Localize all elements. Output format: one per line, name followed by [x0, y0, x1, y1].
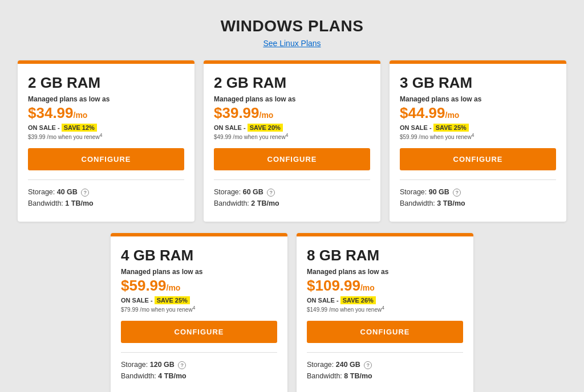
plan-ram: 4 GB RAM	[121, 247, 277, 264]
plan-card-plan-2gb-1: 2 GB RAM Managed plans as low as $34.99/…	[18, 60, 194, 222]
plans-row-1: 2 GB RAM Managed plans as low as $34.99/…	[11, 60, 573, 222]
storage-info-icon[interactable]: ?	[267, 189, 275, 197]
plan-storage: Storage: 90 GB ?	[400, 188, 556, 197]
plan-card-plan-4gb: 4 GB RAM Managed plans as low as $59.99/…	[111, 233, 287, 392]
plan-bandwidth: Bandwidth: 2 TB/mo	[214, 199, 370, 207]
configure-button[interactable]: CONFIGURE	[121, 321, 277, 343]
plan-bandwidth: Bandwidth: 4 TB/mo	[121, 372, 277, 380]
plan-save-badge: SAVE 12%	[62, 124, 97, 132]
plan-divider	[214, 179, 370, 180]
storage-info-icon[interactable]: ?	[364, 361, 372, 369]
plan-price: $39.99/mo	[214, 104, 370, 122]
plan-sale: ON SALE - SAVE 20%	[214, 124, 370, 131]
see-linux-plans-link[interactable]: See Linux Plans	[11, 39, 573, 48]
plan-managed-label: Managed plans as low as	[214, 95, 370, 103]
storage-info-icon[interactable]: ?	[178, 361, 186, 369]
plan-sale: ON SALE - SAVE 26%	[307, 297, 463, 304]
plan-card-body: 3 GB RAM Managed plans as low as $44.99/…	[390, 64, 566, 222]
configure-button[interactable]: CONFIGURE	[400, 148, 556, 170]
plan-card-plan-8gb: 8 GB RAM Managed plans as low as $109.99…	[297, 233, 473, 392]
plan-card-body: 2 GB RAM Managed plans as low as $39.99/…	[204, 64, 380, 222]
plan-renew: $149.99 /mo when you renew4	[307, 305, 463, 313]
plan-save-badge: SAVE 25%	[433, 124, 469, 132]
plan-storage: Storage: 240 GB ?	[307, 361, 463, 369]
plan-renew: $59.99 /mo when you renew4	[400, 132, 556, 140]
plan-managed-label: Managed plans as low as	[400, 95, 556, 103]
plan-bandwidth: Bandwidth: 1 TB/mo	[28, 199, 184, 207]
plan-save-badge: SAVE 20%	[248, 124, 283, 132]
plan-managed-label: Managed plans as low as	[28, 95, 184, 103]
plan-price: $59.99/mo	[121, 277, 277, 295]
plans-row-2: 4 GB RAM Managed plans as low as $59.99/…	[11, 233, 573, 392]
plan-managed-label: Managed plans as low as	[307, 268, 463, 276]
configure-button[interactable]: CONFIGURE	[214, 148, 370, 170]
plan-ram: 8 GB RAM	[307, 247, 463, 264]
plan-sale: ON SALE - SAVE 25%	[400, 124, 556, 131]
plan-per-mo: /mo	[74, 111, 88, 120]
plan-divider	[28, 179, 184, 180]
plan-per-mo: /mo	[259, 111, 274, 120]
plan-managed-label: Managed plans as low as	[121, 268, 277, 276]
plan-divider	[121, 352, 277, 353]
plan-price: $34.99/mo	[28, 104, 184, 122]
storage-info-icon[interactable]: ?	[453, 189, 461, 197]
plan-sale: ON SALE - SAVE 12%	[28, 124, 184, 131]
plan-card-body: 8 GB RAM Managed plans as low as $109.99…	[297, 236, 473, 392]
plan-renew: $39.99 /mo when you renew4	[28, 132, 184, 140]
plan-save-badge: SAVE 25%	[155, 296, 190, 304]
configure-button[interactable]: CONFIGURE	[28, 148, 184, 170]
plan-per-mo: /mo	[360, 283, 375, 292]
configure-button[interactable]: CONFIGURE	[307, 321, 463, 343]
plan-storage: Storage: 120 GB ?	[121, 361, 277, 369]
plan-bandwidth: Bandwidth: 3 TB/mo	[400, 199, 556, 207]
plan-ram: 2 GB RAM	[28, 74, 184, 92]
plan-save-badge: SAVE 26%	[340, 296, 376, 304]
plan-divider	[307, 352, 463, 353]
plan-sale: ON SALE - SAVE 25%	[121, 297, 277, 304]
plan-renew: $79.99 /mo when you renew4	[121, 305, 277, 313]
plan-card-plan-3gb: 3 GB RAM Managed plans as low as $44.99/…	[390, 60, 566, 222]
plan-card-body: 4 GB RAM Managed plans as low as $59.99/…	[111, 236, 287, 392]
plan-divider	[400, 179, 556, 180]
plan-storage: Storage: 60 GB ?	[214, 188, 370, 197]
plan-card-plan-2gb-2: 2 GB RAM Managed plans as low as $39.99/…	[204, 60, 380, 222]
plan-price: $44.99/mo	[400, 104, 556, 122]
page-title: WINDOWS PLANS	[11, 17, 573, 35]
plan-ram: 2 GB RAM	[214, 74, 370, 92]
plan-per-mo: /mo	[167, 283, 181, 292]
storage-info-icon[interactable]: ?	[81, 189, 89, 197]
plan-card-body: 2 GB RAM Managed plans as low as $34.99/…	[18, 64, 194, 222]
plan-per-mo: /mo	[445, 111, 460, 120]
plan-bandwidth: Bandwidth: 8 TB/mo	[307, 372, 463, 380]
plan-storage: Storage: 40 GB ?	[28, 188, 184, 197]
plan-price: $109.99/mo	[307, 277, 463, 295]
plan-ram: 3 GB RAM	[400, 74, 556, 92]
plan-renew: $49.99 /mo when you renew4	[214, 132, 370, 140]
